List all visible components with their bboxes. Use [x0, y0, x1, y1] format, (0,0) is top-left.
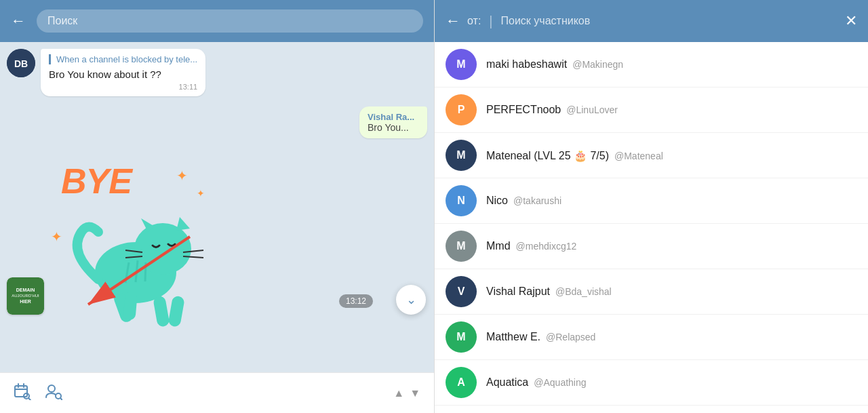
message-text-outgoing: Bro You...	[368, 122, 419, 133]
avatar: N	[446, 185, 477, 216]
chat-area: DB When a channel is blocked by tele... …	[0, 42, 434, 372]
member-name: Aquatica	[486, 376, 528, 389]
avatar: P	[446, 94, 477, 125]
message-sender: Vishal Ra...	[368, 112, 419, 122]
member-info: Mateneal (LVL 25 🎂 7/5)@Mateneal	[486, 149, 857, 162]
list-item[interactable]: MMmd@mehdixcg12	[435, 224, 868, 269]
avatar: M	[446, 49, 477, 80]
list-item[interactable]: Mmaki habeshawit@Makinegn	[435, 42, 868, 87]
back-button-left[interactable]: ←	[11, 12, 26, 30]
svg-marker-5	[176, 217, 190, 231]
member-username: @takarushi	[513, 195, 561, 206]
mini-sticker: DEMAIN AUJOURD'HUI HIER	[7, 277, 44, 315]
svg-line-27	[60, 398, 62, 400]
avatar: A	[446, 367, 477, 398]
svg-point-25	[48, 385, 55, 392]
svg-rect-19	[15, 386, 27, 397]
list-item[interactable]: MMatthew E.@Relapsed	[435, 315, 868, 360]
scroll-down-button[interactable]: ⌄	[396, 285, 426, 315]
right-panel: ← от: | ✕ Mmaki habeshawit@MakinegnPPERF…	[434, 0, 868, 413]
chevron-down-icon: ⌄	[406, 292, 416, 307]
member-info: Vishal Rajput@Bda_vishal	[486, 286, 857, 298]
message-text-incoming: Bro You know about it ??	[49, 68, 197, 80]
avatar: M	[446, 140, 477, 171]
message-incoming: When a channel is blocked by tele... Bro…	[41, 49, 205, 96]
member-username: @Bda_vishal	[555, 286, 612, 297]
avatar: M	[446, 321, 477, 353]
member-name: Mmd	[486, 240, 511, 252]
bottom-toolbar: ▲ ▼	[0, 372, 434, 413]
svg-text:DB: DB	[14, 58, 28, 69]
list-item[interactable]: NNico@takarushi	[435, 178, 868, 224]
member-info: Matthew E.@Relapsed	[486, 331, 857, 343]
member-name: Mateneal (LVL 25 🎂 7/5)	[486, 149, 609, 162]
member-search-input[interactable]	[501, 15, 838, 27]
avatar: V	[446, 276, 477, 307]
arrow-up-button[interactable]: ▲	[393, 387, 404, 399]
user-search-icon[interactable]	[45, 382, 62, 404]
list-item[interactable]: VVishal Rajput@Bda_vishal	[435, 269, 868, 315]
member-username: @Relapsed	[546, 332, 595, 342]
search-input-left[interactable]	[37, 9, 423, 33]
calendar-search-icon[interactable]	[14, 382, 31, 404]
navigation-arrows: ▲ ▼	[393, 387, 420, 399]
member-username: @Mateneal	[614, 151, 663, 161]
message-time-incoming: 13:11	[49, 83, 197, 91]
member-info: maki habeshawit@Makinegn	[486, 58, 857, 71]
right-header: ← от: | ✕	[435, 0, 868, 42]
close-button[interactable]: ✕	[845, 12, 857, 30]
list-item[interactable]: PPERFECTnoob@LinuLover	[435, 87, 868, 133]
avatar: DB	[7, 49, 35, 77]
separator: |	[489, 14, 492, 29]
members-list: Mmaki habeshawit@MakinegnPPERFECTnoob@Li…	[435, 42, 868, 413]
left-header: ←	[0, 0, 434, 42]
member-name: PERFECTnoob	[486, 104, 561, 116]
member-name: Nico	[486, 195, 508, 207]
message-outgoing: Vishal Ra... Bro You...	[359, 106, 427, 138]
member-name: Vishal Rajput	[486, 286, 550, 298]
list-item[interactable]: AAquatica@Aquathing	[435, 360, 868, 406]
member-info: PERFECTnoob@LinuLover	[486, 104, 857, 116]
red-arrow-indicator	[68, 230, 203, 311]
sparkle-icon-1: ✦	[176, 168, 188, 184]
member-username: @Makinegn	[572, 59, 623, 70]
member-username: @Aquathing	[534, 377, 586, 388]
member-info: Nico@takarushi	[486, 195, 857, 207]
svg-line-18	[88, 237, 190, 304]
member-name: Matthew E.	[486, 331, 540, 343]
list-item[interactable]: MMateneal (LVL 25 🎂 7/5)@Mateneal	[435, 133, 868, 178]
message-preview: When a channel is blocked by tele...	[49, 54, 197, 64]
left-panel: ← DB When a channel is blocked by tele..…	[0, 0, 434, 413]
member-name: maki habeshawit	[486, 58, 567, 71]
from-label: от:	[467, 15, 481, 27]
message-timestamp: 13:12	[339, 294, 373, 308]
svg-line-24	[28, 398, 31, 400]
member-username: @LinuLover	[566, 104, 618, 115]
arrow-down-button[interactable]: ▼	[410, 387, 420, 399]
back-button-right[interactable]: ←	[446, 12, 460, 30]
member-username: @mehdixcg12	[516, 241, 577, 252]
avatar: M	[446, 231, 477, 262]
member-info: Mmd@mehdixcg12	[486, 240, 857, 252]
member-info: Aquatica@Aquathing	[486, 376, 857, 389]
